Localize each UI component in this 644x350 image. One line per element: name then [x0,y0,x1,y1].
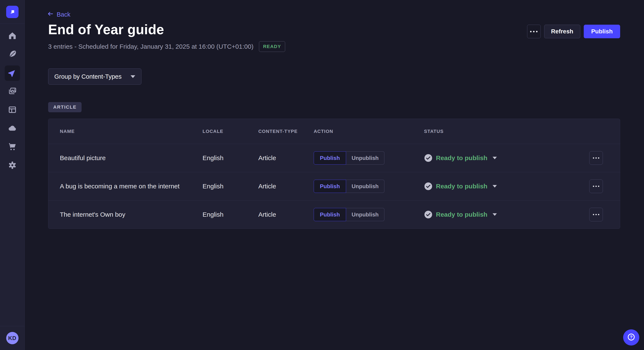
sidebar-item-marketplace[interactable] [5,140,20,155]
status-badge: READY [259,41,285,52]
page-title: End of Year guide [48,22,164,37]
group-by-label: Group by Content-Types [54,73,122,80]
status-label: Ready to publish [436,211,488,218]
entry-name: Beautiful picture [60,154,202,162]
sidebar-item-home[interactable] [5,28,20,44]
sidebar-item-content-manager[interactable] [5,47,20,62]
back-link[interactable]: Back [47,11,70,18]
ellipsis-icon [593,214,599,215]
check-circle-icon [424,210,432,219]
back-label: Back [57,11,70,18]
home-icon [8,31,17,41]
header-actions: Refresh Publish [527,25,620,38]
unpublish-toggle-button[interactable]: Unpublish [346,180,384,193]
column-header-locale: LOCALE [202,129,258,134]
table-row: The internet's Own boy English Article P… [48,200,620,229]
entry-locale: English [202,183,258,190]
action-toggle: Publish Unpublish [314,180,424,193]
entry-locale: English [202,154,258,162]
sidebar: KD [0,0,25,350]
gear-icon [8,161,17,171]
chevron-down-icon [492,185,497,187]
column-header-action: ACTION [314,129,424,134]
user-avatar[interactable]: KD [6,332,18,344]
group-by-select[interactable]: Group by Content-Types [48,68,142,85]
entries-table: NAME LOCALE CONTENT-TYPE ACTION STATUS B… [48,119,620,229]
paper-plane-icon [8,68,17,78]
entry-locale: English [202,211,258,218]
publish-toggle-button[interactable]: Publish [314,208,346,221]
sidebar-footer: KD [0,326,24,350]
ellipsis-icon [593,157,599,159]
refresh-button[interactable]: Refresh [544,25,580,38]
entry-status[interactable]: Ready to publish [424,182,589,190]
entry-name: A bug is becoming a meme on the internet [60,183,202,190]
cloud-icon [8,124,17,134]
content-type-chip: ARTICLE [48,102,82,112]
feather-icon [8,50,17,59]
release-summary: 3 entries - Scheduled for Friday, Januar… [48,43,254,50]
more-options-button[interactable] [527,25,541,38]
publish-toggle-button[interactable]: Publish [314,151,346,165]
ellipsis-icon [530,31,538,32]
help-button[interactable]: ? [623,329,639,346]
table-header: NAME LOCALE CONTENT-TYPE ACTION STATUS [48,119,620,144]
column-header-name: NAME [60,129,202,134]
unpublish-toggle-button[interactable]: Unpublish [346,151,384,165]
sidebar-item-releases[interactable] [5,65,20,81]
unpublish-toggle-button[interactable]: Unpublish [346,208,384,221]
publish-toggle-button[interactable]: Publish [314,180,346,193]
sidebar-item-content-type-builder[interactable] [5,103,20,118]
arrow-left-icon [47,11,54,18]
entry-content-type: Article [258,154,314,162]
table-row: Beautiful picture English Article Publis… [48,144,620,172]
images-icon [8,87,17,97]
entry-status[interactable]: Ready to publish [424,210,589,219]
publish-button[interactable]: Publish [584,25,620,38]
column-header-status: STATUS [424,129,589,134]
row-more-button[interactable] [589,208,603,221]
action-toggle: Publish Unpublish [314,208,424,221]
check-circle-icon [424,182,432,190]
status-label: Ready to publish [436,183,488,190]
table-row: A bug is becoming a meme on the internet… [48,172,620,200]
sidebar-item-settings[interactable] [5,158,20,173]
logo-container [0,0,24,24]
cart-icon [8,142,17,152]
svg-text:?: ? [630,335,633,339]
entry-name: The internet's Own boy [60,211,202,218]
question-icon: ? [627,333,636,342]
sidebar-nav [5,24,20,173]
chevron-down-icon [130,75,135,78]
ellipsis-icon [593,186,599,187]
chevron-down-icon [492,157,497,159]
row-more-button[interactable] [589,151,603,165]
strapi-logo-icon[interactable] [6,6,18,18]
entry-content-type: Article [258,183,314,190]
sidebar-item-cloud[interactable] [5,121,20,136]
layout-icon [8,105,17,115]
chevron-down-icon [492,213,497,216]
column-header-content-type: CONTENT-TYPE [258,129,314,134]
row-more-button[interactable] [589,179,603,193]
subtitle-row: 3 entries - Scheduled for Friday, Januar… [48,41,285,52]
status-label: Ready to publish [436,154,488,162]
check-circle-icon [424,154,432,162]
action-toggle: Publish Unpublish [314,151,424,165]
entry-status[interactable]: Ready to publish [424,154,589,162]
entry-content-type: Article [258,211,314,218]
sidebar-item-media-library[interactable] [5,84,20,99]
